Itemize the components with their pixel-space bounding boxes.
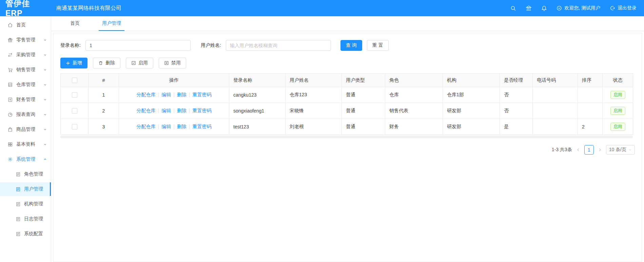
cell-role: 仓库 [385,87,443,103]
x-square-icon [164,61,169,65]
chevron-down-icon [43,53,47,57]
logout-icon [610,5,615,11]
main-content: 首页 用户管理 登录名称: 用户姓名: 查 询 重 置 新增 [51,16,644,262]
bank-icon[interactable] [526,5,532,11]
header-status: 状态 [603,74,633,87]
user-menu[interactable]: 欢迎您, 测试用户 [557,5,600,11]
cell-index: 3 [89,119,119,135]
table-header-row: # 操作 登录名称 用户姓名 用户类型 角色 机构 是否经理 电话号码 排序 状… [61,74,633,87]
search-icon[interactable] [510,5,516,11]
reset-password-link[interactable]: 重置密码 [192,124,211,129]
sidebar-item-base-data[interactable]: 基本资料 [0,138,51,151]
cell-ops: 分配仓库|编辑|删除|重置密码 [119,87,229,103]
content-card: 登录名称: 用户姓名: 查 询 重 置 新增 删除 [53,33,642,262]
plus-icon [66,61,70,65]
sidebar-item-label: 商品管理 [16,126,35,133]
app-logo: 管伊佳ERP [0,0,51,18]
trash-icon [98,61,103,65]
link-separator: | [158,92,159,97]
prev-page-button[interactable] [576,148,580,152]
chevron-down-icon [43,113,47,116]
tab-home[interactable]: 首页 [67,16,83,31]
login-name-input[interactable] [85,40,191,51]
horizontal-scrollbar[interactable] [60,136,633,138]
page-size-select[interactable]: 10 条/页 [606,145,635,155]
cell-status: 启用 [603,87,633,103]
sidebar-item-warehouse[interactable]: 仓库管理 [0,78,51,92]
status-badge: 启用 [610,107,625,115]
edit-link[interactable]: 编辑 [161,124,171,129]
bag-icon [7,127,13,132]
sidebar-item-label: 财务管理 [16,97,35,103]
select-all-checkbox[interactable] [72,78,77,83]
tab-user-management[interactable]: 用户管理 [99,16,124,31]
link-separator: | [189,124,190,129]
delete-link[interactable]: 删除 [177,108,187,113]
header-actions: 欢迎您, 测试用户 退出登录 [510,5,644,11]
top-header-bar: 管伊佳ERP 南通某某网络科技有限公司 欢迎您, 测试用户 [0,0,644,16]
bell-icon[interactable] [541,5,547,11]
sidebar-item-home[interactable]: 首页 [0,18,51,32]
edit-link[interactable]: 编辑 [161,92,171,97]
sidebar-item-system[interactable]: 系统管理 [0,153,51,166]
reset-password-link[interactable]: 重置密码 [192,92,211,97]
sidebar-item-reports[interactable]: 报表查询 [0,108,51,121]
logout-button[interactable]: 退出登录 [610,5,637,11]
chevron-down-icon [43,38,47,42]
sidebar-item-label: 首页 [16,22,26,28]
cell-org: 仓库1部 [443,87,500,103]
enable-button[interactable]: 启用 [126,58,153,68]
header-sort: 排序 [578,74,603,87]
page-size-value: 10 条/页 [609,147,626,153]
cell-manager: 否 [500,103,533,119]
disable-button[interactable]: 禁用 [159,58,186,68]
sidebar-item-finance[interactable]: 财务管理 [0,93,51,106]
reset-password-link[interactable]: 重置密码 [192,108,211,113]
delete-link[interactable]: 删除 [177,124,187,129]
assign-warehouse-link[interactable]: 分配仓库 [137,92,156,97]
row-checkbox[interactable] [72,124,77,129]
add-button[interactable]: 新增 [60,58,87,68]
sidebar-item-user-management[interactable]: 用户管理 [0,182,51,196]
header-type: 用户类型 [342,74,385,87]
header-ops: 操作 [119,74,229,87]
link-separator: | [173,108,175,113]
sidebar-item-org-management[interactable]: 机构管理 [0,197,51,211]
user-name-label: 用户姓名: [201,42,221,48]
sidebar-item-log-management[interactable]: 日志管理 [0,212,51,226]
cell-role: 销售代表 [385,103,443,119]
sidebar-item-system-config[interactable]: 系统配置 [0,227,51,241]
sidebar-item-retail[interactable]: 零售管理 [0,33,51,47]
assign-warehouse-link[interactable]: 分配仓库 [137,124,156,129]
cell-type: 普通 [342,103,385,119]
gift-icon [7,37,13,43]
table-row: 1 分配仓库|编辑|删除|重置密码 cangku123 仓库123 普通 仓库 … [61,87,633,103]
search-button[interactable]: 查 询 [340,40,362,51]
sidebar-item-label: 机构管理 [24,201,43,207]
row-checkbox[interactable] [72,108,77,114]
sidebar-item-label: 用户管理 [24,186,43,192]
reset-button[interactable]: 重 置 [367,40,389,51]
delete-link[interactable]: 删除 [177,92,187,97]
sidebar-item-sales[interactable]: 销售管理 [0,63,51,77]
header-checkbox-cell [61,74,89,87]
user-name-input[interactable] [226,40,331,51]
sidebar-item-role-management[interactable]: 角色管理 [0,167,51,181]
cell-index: 1 [89,87,119,103]
row-checkbox[interactable] [72,92,77,98]
edit-link[interactable]: 编辑 [161,108,171,113]
header-org: 机构 [443,74,500,87]
company-name: 南通某某网络科技有限公司 [56,5,121,12]
next-page-button[interactable] [598,148,602,152]
delete-button[interactable]: 删除 [93,58,120,68]
page-1-button[interactable]: 1 [584,145,594,155]
sidebar-item-label: 日志管理 [24,216,43,222]
cell-type: 普通 [342,87,385,103]
disable-button-label: 禁用 [171,60,181,66]
sidebar-item-products[interactable]: 商品管理 [0,123,51,136]
sidebar-item-label: 销售管理 [16,67,35,73]
sidebar-item-purchase[interactable]: 采购管理 [0,48,51,62]
header-index: # [89,74,119,87]
chevron-down-icon [43,128,47,131]
assign-warehouse-link[interactable]: 分配仓库 [137,108,156,113]
